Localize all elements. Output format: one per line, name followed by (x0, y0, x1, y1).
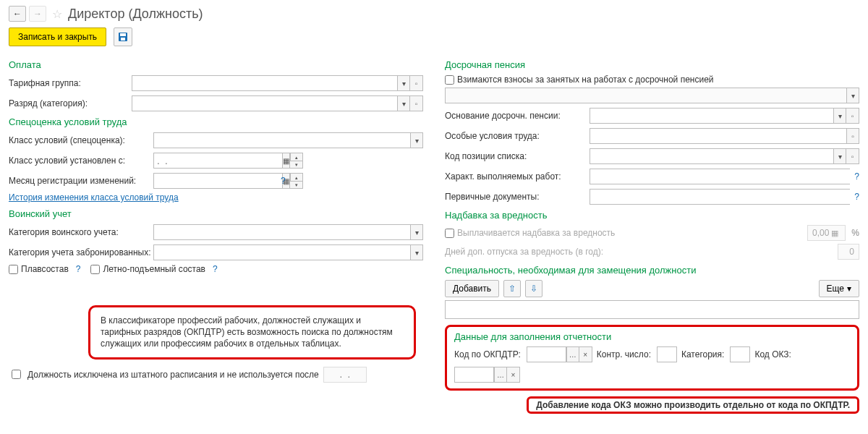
clear-icon[interactable]: × (507, 367, 520, 383)
perv-doc-input[interactable] (590, 189, 850, 205)
chevron-down-icon: ▾ (847, 284, 851, 294)
open-picker-icon[interactable]: ▫ (846, 108, 859, 124)
excluded-checkbox[interactable] (12, 370, 21, 379)
annotation-okz-note: Добавление кода ОКЗ можно производить от… (527, 396, 859, 414)
dropdown-icon[interactable]: ▾ (833, 148, 846, 164)
help-icon[interactable]: ? (76, 264, 81, 274)
open-picker-icon[interactable]: ▫ (846, 128, 859, 144)
speciality-table[interactable] (445, 300, 859, 319)
section-payment: Оплата (9, 59, 423, 70)
har-rabot-input[interactable] (590, 169, 850, 184)
spin-down-icon[interactable]: ▾ (290, 161, 303, 169)
section-army: Воинский учет (9, 208, 423, 219)
dropdown-icon[interactable]: ▾ (397, 95, 410, 111)
back-button[interactable]: ← (9, 6, 26, 22)
forward-button[interactable]: → (29, 6, 46, 22)
label-perv-doc: Первичные документы: (445, 192, 590, 202)
label-army-booked: Категория учета забронированных: (9, 247, 153, 258)
letno-checkbox[interactable] (90, 265, 100, 274)
categ-input[interactable] (730, 346, 750, 362)
vac-days-value: 0 (838, 244, 859, 260)
svg-rect-1 (120, 33, 126, 36)
okpdtr-input[interactable] (527, 346, 566, 362)
label-class-spec: Класс условий (спецоценка): (9, 135, 153, 145)
label-army-cat: Категория воинского учета: (9, 227, 153, 237)
page-title: Директор (Должность) (68, 7, 203, 22)
class-set-date[interactable] (153, 153, 282, 169)
month-reg-input[interactable] (153, 173, 282, 189)
calculator-icon: ▦ (831, 229, 838, 238)
dropdown-icon[interactable]: ▾ (833, 108, 846, 124)
label-kod-poz: Код позиции списка: (445, 151, 590, 161)
spin-up-icon[interactable]: ▴ (290, 173, 303, 181)
clear-icon[interactable]: × (579, 346, 592, 362)
kontr-input[interactable] (657, 346, 677, 362)
pension-list-input[interactable] (445, 88, 846, 103)
move-down-button[interactable]: ⇩ (525, 280, 542, 297)
army-booked-input[interactable] (153, 244, 410, 260)
add-speciality-button[interactable]: Добавить (445, 280, 499, 297)
label-month-reg: Месяц регистрации изменений: (9, 176, 153, 186)
army-cat-input[interactable] (153, 224, 410, 240)
section-report: Данные для заполнения отчетности (454, 331, 850, 342)
section-spec-need: Специальность, необходимая для замещения… (445, 265, 859, 276)
label-osn-pens: Основание досрочн. пенсии: (445, 111, 590, 121)
class-spec-input[interactable] (153, 132, 410, 148)
class-history-link[interactable]: История изменения класса условий труда (9, 192, 179, 203)
ellipsis-icon[interactable]: … (566, 346, 579, 362)
open-picker-icon[interactable]: ▫ (410, 75, 423, 91)
razryad-input[interactable] (132, 95, 397, 111)
spin-up-icon[interactable]: ▴ (290, 153, 303, 161)
okz-input[interactable] (454, 367, 494, 383)
harm-value: 0,00▦ (807, 225, 846, 241)
plavsostav-checkbox[interactable] (9, 265, 18, 274)
kod-poz-input[interactable] (590, 148, 833, 164)
harm-pay-label: Выплачивается надбавка за вредность (457, 228, 615, 238)
section-harm: Надбавка за вредность (445, 210, 859, 221)
section-pension: Досрочная пенсия (445, 59, 859, 70)
section-specocenka: Спецоценка условий труда (9, 116, 423, 127)
spin-down-icon[interactable]: ▾ (290, 181, 303, 189)
label-class-set: Класс условий установлен с: (9, 156, 153, 166)
favorite-star-icon[interactable]: ☆ (52, 7, 62, 21)
annotation-okpdtr-search: В классификаторе профессий рабочих, долж… (88, 305, 416, 359)
label-har-rabot: Характ. выполняемых работ: (445, 171, 590, 182)
dropdown-icon[interactable]: ▾ (410, 132, 423, 148)
dropdown-icon[interactable]: ▾ (846, 88, 859, 103)
help-icon[interactable]: ? (854, 192, 859, 202)
plavsostav-label: Плавсостав (21, 264, 69, 274)
osn-pens-input[interactable] (590, 108, 833, 124)
label-categ: Категория: (681, 349, 724, 359)
help-icon[interactable]: ? (213, 264, 218, 274)
label-vac-days: Дней доп. отпуска за вредность (в год): (445, 247, 838, 257)
open-picker-icon[interactable]: ▫ (846, 148, 859, 164)
save-and-close-button[interactable]: Записать и закрыть (9, 27, 106, 46)
label-razryad: Разряд (категория): (9, 98, 132, 109)
move-up-button[interactable]: ⇧ (503, 280, 521, 297)
excluded-date[interactable] (323, 367, 367, 383)
label-kontr: Контр. число: (597, 349, 651, 359)
open-picker-icon[interactable]: ▫ (410, 95, 423, 111)
dropdown-icon[interactable]: ▾ (397, 75, 410, 91)
tarif-group-input[interactable] (132, 75, 397, 91)
letno-label: Летно-подъемный состав (103, 264, 205, 274)
svg-rect-2 (121, 38, 125, 41)
report-data-group: Данные для заполнения отчетности Код по … (445, 325, 859, 391)
help-icon[interactable]: ? (281, 176, 286, 186)
pension-fees-label: Взимаются взносы за занятых на работах с… (457, 75, 714, 85)
floppy-icon (118, 32, 128, 42)
label-tarif-group: Тарифная группа: (9, 78, 132, 88)
osob-usl-input[interactable] (590, 128, 846, 144)
percent-label: % (851, 228, 859, 238)
help-icon[interactable]: ? (854, 171, 859, 182)
more-button[interactable]: Еще ▾ (819, 280, 859, 297)
save-button[interactable] (114, 27, 132, 46)
dropdown-icon[interactable]: ▾ (410, 244, 423, 260)
dropdown-icon[interactable]: ▾ (410, 224, 423, 240)
harm-pay-checkbox[interactable] (445, 229, 454, 238)
pension-fees-checkbox[interactable] (445, 75, 454, 85)
label-okpdtr: Код по ОКПДТР: (454, 349, 521, 359)
excluded-label: Должность исключена из штатного расписан… (27, 370, 319, 380)
ellipsis-icon[interactable]: … (494, 367, 507, 383)
calendar-icon[interactable]: ▦ (282, 153, 290, 169)
